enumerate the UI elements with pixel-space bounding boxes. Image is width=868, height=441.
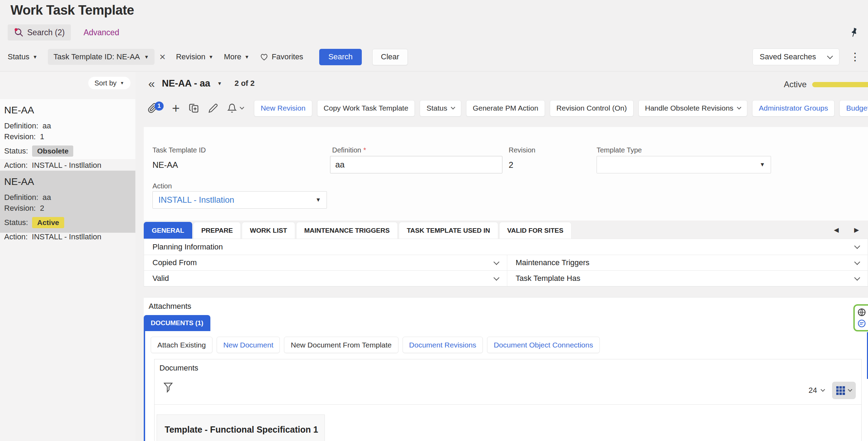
search-toggle-button[interactable]: Search (2) <box>8 24 71 40</box>
action-value: INSTALL - Instllation <box>32 161 101 170</box>
document-card[interactable]: Template - Functional Specification 1 <box>157 414 325 441</box>
action-select[interactable]: INSTALL - Instllation ▼ <box>152 191 327 209</box>
record-dropdown-icon[interactable]: ▼ <box>217 81 222 86</box>
documents-list-title: Documents <box>155 359 861 377</box>
bell-icon <box>227 103 237 113</box>
page-size-selector[interactable]: 24 <box>809 386 824 395</box>
copy-work-task-template-button[interactable]: Copy Work Task Template <box>317 100 415 117</box>
definition-label: Definition* <box>332 146 366 154</box>
document-object-connections-button[interactable]: Document Object Connections <box>487 337 600 353</box>
page-title: Work Task Template <box>10 3 134 18</box>
more-options-icon[interactable]: ⋮ <box>850 52 860 62</box>
filter-chip-label: Task Template ID: NE-AA <box>53 52 140 61</box>
required-asterisk: * <box>363 146 366 154</box>
handle-obsolete-revisions-button[interactable]: Handle Obsolete Revisions <box>638 100 747 117</box>
edit-icon[interactable] <box>208 103 218 113</box>
action-value: INSTALL - Instllation <box>158 195 234 205</box>
attachments-count-badge: 1 <box>155 102 164 111</box>
record-title: NE-AA - aa <box>162 78 210 89</box>
favorites-button[interactable]: Favorites <box>260 52 303 61</box>
tab-task-template-used-in[interactable]: TASK TEMPLATE USED IN <box>399 222 498 239</box>
clear-button[interactable]: Clear <box>372 49 408 65</box>
filter-status-label: Status <box>8 52 29 61</box>
saved-searches-label: Saved Searches <box>760 52 816 61</box>
tab-prepare[interactable]: PREPARE <box>193 222 241 239</box>
record-toolbar: 1 + New Revision Copy Work Task Template… <box>148 99 859 117</box>
caret-down-icon: ▼ <box>120 81 124 85</box>
new-document-from-template-button[interactable]: New Document From Template <box>284 337 398 353</box>
documents-list-panel: Documents 24 <box>154 359 862 441</box>
state-label: Active <box>784 80 807 89</box>
advanced-link[interactable]: Advanced <box>83 28 119 37</box>
group-valid[interactable]: Valid <box>144 271 507 286</box>
notifications-dropdown[interactable] <box>227 103 244 113</box>
group-copied-from[interactable]: Copied From <box>144 255 507 271</box>
result-item-1[interactable]: NE-AA Definition:aa Revision:1 Status:Ob… <box>0 99 135 159</box>
documents-tab[interactable]: DOCUMENTS (1) <box>144 315 210 331</box>
filter-revision-label: Revision <box>176 52 205 61</box>
caret-down-icon: ▼ <box>315 197 321 203</box>
action-label: Action <box>152 182 172 190</box>
document-revisions-button[interactable]: Document Revisions <box>403 337 483 353</box>
search-mode-row: Search (2) Advanced <box>8 24 119 40</box>
generate-pm-action-button[interactable]: Generate PM Action <box>466 100 545 117</box>
page-size-value: 24 <box>809 386 817 395</box>
duplicate-record-icon[interactable] <box>189 103 199 113</box>
status-badge: Obsolete <box>32 145 73 157</box>
search-icon <box>14 28 24 37</box>
tab-valid-for-sites[interactable]: VALID FOR SITES <box>499 222 571 239</box>
filter-icon[interactable] <box>162 382 174 394</box>
tab-scroll-right-icon[interactable]: ▶ <box>854 226 859 234</box>
definition-field[interactable] <box>330 156 502 173</box>
record-form: Task Template ID NE-AA Definition* Revis… <box>144 127 868 221</box>
result-item-2-selected[interactable]: NE-AA Definition:aa Revision:2 Status:Ac… <box>0 171 135 233</box>
caret-down-icon: ▼ <box>209 54 214 59</box>
maintenance-triggers-label: Maintenance Triggers <box>516 258 590 267</box>
chevron-down-icon <box>451 105 455 110</box>
attachments-icon[interactable]: 1 <box>148 103 158 113</box>
status-dropdown-button[interactable]: Status <box>420 100 461 117</box>
remove-filter-icon[interactable]: × <box>159 52 166 62</box>
tab-work-list[interactable]: WORK LIST <box>242 222 295 239</box>
documents-controls: 24 <box>809 382 856 399</box>
group-maintenance-triggers[interactable]: Maintenance Triggers <box>507 255 868 271</box>
new-document-button[interactable]: New Document <box>217 337 280 353</box>
filter-more[interactable]: More ▼ <box>224 52 249 61</box>
search-button[interactable]: Search <box>319 49 362 65</box>
definition-input[interactable] <box>335 160 497 170</box>
attach-existing-button[interactable]: Attach Existing <box>151 337 212 353</box>
tab-maintenance-triggers[interactable]: MAINTENANCE TRIGGERS <box>296 222 398 239</box>
filter-status[interactable]: Status ▼ <box>8 52 37 61</box>
documents-filter-row: 24 <box>155 377 861 405</box>
revision-label: Revision: <box>4 132 36 141</box>
assistant-widget[interactable] <box>853 304 868 331</box>
definition-label: Definition: <box>4 121 38 130</box>
chevron-down-icon <box>827 53 833 59</box>
view-mode-button[interactable] <box>832 382 856 399</box>
planning-information-header[interactable]: Planning Information <box>144 239 868 255</box>
chevron-down-icon <box>240 105 244 110</box>
collapse-list-icon[interactable]: « <box>148 77 155 89</box>
planning-information-panel: Planning Information Copied From Mainten… <box>144 239 868 287</box>
filter-chip-task-template-id[interactable]: Task Template ID: NE-AA ▼ <box>48 49 155 65</box>
filter-row: Status ▼ Task Template ID: NE-AA ▼ × Rev… <box>8 48 860 66</box>
saved-searches-dropdown[interactable]: Saved Searches <box>753 48 839 65</box>
budget-button[interactable]: Budget <box>839 100 868 117</box>
state-progress-bar <box>812 82 868 87</box>
revision-control-button[interactable]: Revision Control (On) <box>550 100 634 117</box>
revision-label: Revision <box>509 146 536 154</box>
sort-by-button[interactable]: Sort by ▼ <box>88 77 130 89</box>
copied-from-label: Copied From <box>152 258 197 267</box>
add-record-icon[interactable]: + <box>172 103 180 113</box>
tab-scroll-left-icon[interactable]: ◀ <box>834 226 839 234</box>
revision-value: 1 <box>40 132 44 141</box>
new-revision-button[interactable]: New Revision <box>254 100 312 117</box>
tab-scroll-arrows: ◀ ▶ <box>834 226 859 234</box>
filter-revision[interactable]: Revision ▼ <box>176 52 213 61</box>
group-task-template-has[interactable]: Task Template Has <box>507 271 868 286</box>
chevron-down-icon <box>737 105 741 110</box>
tab-general[interactable]: GENERAL <box>144 222 192 239</box>
pin-icon[interactable] <box>849 27 858 38</box>
template-type-select[interactable]: ▼ <box>597 156 771 173</box>
administrator-groups-button[interactable]: Administrator Groups <box>752 100 835 117</box>
